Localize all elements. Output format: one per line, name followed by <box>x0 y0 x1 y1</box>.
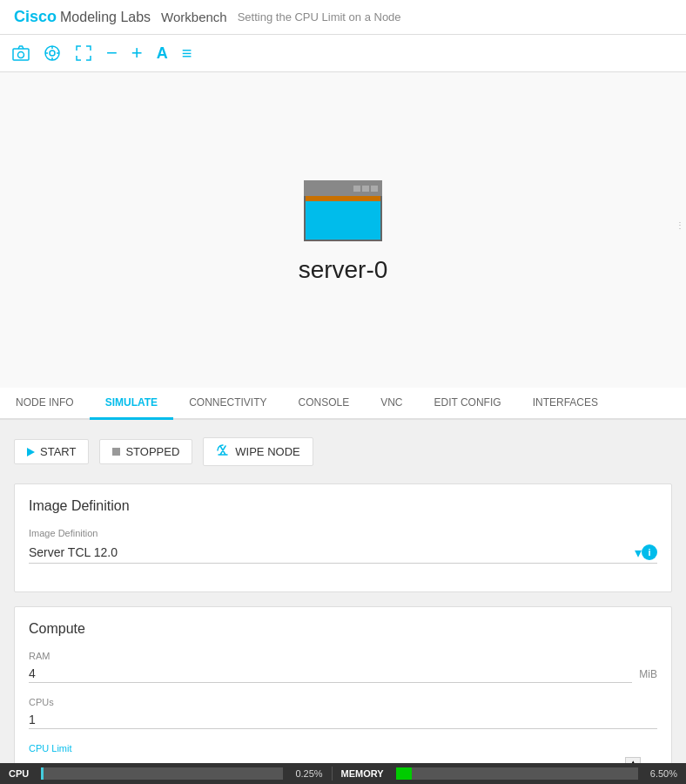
image-definition-label: Image Definition <box>29 528 657 538</box>
start-button[interactable]: START <box>14 439 89 464</box>
tabs-bar: NODE INFO SIMULATE CONNECTIVITY CONSOLE … <box>0 388 686 420</box>
stopped-button[interactable]: STOPPED <box>99 439 192 464</box>
fullscreen-icon[interactable] <box>75 44 92 62</box>
tab-edit-config[interactable]: EDIT CONFIG <box>419 388 517 420</box>
workbench-label: Workbench <box>161 10 227 24</box>
image-definition-field: Image Definition Server TCL 12.0 Server … <box>29 528 657 564</box>
stop-icon <box>112 448 120 456</box>
toolbar: − + A ≡ <box>0 35 686 72</box>
image-definition-select-row: Server TCL 12.0 Server TCL 11.0 Alpine L… <box>29 542 657 564</box>
ram-label: RAM <box>29 651 657 661</box>
ram-row: MiB <box>29 665 657 683</box>
target-icon[interactable] <box>44 44 61 62</box>
cpus-label: CPUs <box>29 697 657 707</box>
wipe-icon <box>216 443 230 460</box>
breadcrumb: Setting the CPU Limit on a Node <box>238 10 401 24</box>
resize-indicator: ⋮ <box>676 220 684 230</box>
svg-rect-11 <box>371 186 378 192</box>
logo-ml: Modeling Labs <box>60 10 151 25</box>
svg-rect-14 <box>306 201 380 240</box>
tab-console[interactable]: CONSOLE <box>282 388 365 420</box>
status-bar: CPU 0.25% MEMORY 6.50% <box>0 763 686 784</box>
memory-progress-bar <box>396 767 638 780</box>
wipe-node-button[interactable]: WIPE NODE <box>203 437 313 466</box>
cpu-status-value: 0.25% <box>295 768 322 779</box>
canvas: server-0 ⋮ <box>0 72 686 388</box>
logo: Cisco Modeling Labs <box>14 8 151 26</box>
cpus-input[interactable] <box>29 711 657 729</box>
image-definition-card: Image Definition Image Definition Server… <box>14 483 672 592</box>
memory-status-label: MEMORY <box>341 768 384 779</box>
content: START STOPPED WIPE NODE Image Definition… <box>0 420 686 763</box>
font-icon[interactable]: A <box>157 44 168 63</box>
memory-progress-fill <box>396 767 412 780</box>
image-definition-title: Image Definition <box>29 498 657 514</box>
image-definition-select[interactable]: Server TCL 12.0 Server TCL 11.0 Alpine L… <box>29 542 635 563</box>
plus-icon[interactable]: + <box>131 42 143 64</box>
svg-rect-12 <box>353 186 360 192</box>
cpu-status-label: CPU <box>9 768 29 779</box>
chevron-down-icon[interactable]: ▾ <box>635 544 642 561</box>
action-bar: START STOPPED WIPE NODE <box>14 434 672 470</box>
ram-input[interactable] <box>29 665 632 683</box>
cpus-field-group: CPUs <box>29 697 657 729</box>
camera-icon[interactable] <box>12 45 30 61</box>
minus-icon[interactable]: − <box>106 42 118 64</box>
tab-interfaces[interactable]: INTERFACES <box>517 388 614 420</box>
ram-field-group: RAM MiB <box>29 651 657 683</box>
stopped-label: STOPPED <box>125 445 179 458</box>
node-icon-wrap: server-0 <box>299 176 388 284</box>
logo-cisco: Cisco <box>14 8 57 26</box>
svg-rect-10 <box>362 186 369 192</box>
memory-status-value: 6.50% <box>650 768 677 779</box>
server-node-icon[interactable] <box>299 176 387 246</box>
tab-connectivity[interactable]: CONNECTIVITY <box>173 388 282 420</box>
svg-rect-9 <box>304 180 382 196</box>
cpu-limit-stepper[interactable]: ▲ ▼ <box>625 757 641 763</box>
cpus-row <box>29 711 657 729</box>
info-icon[interactable]: i <box>642 544 657 560</box>
header: Cisco Modeling Labs Workbench Setting th… <box>0 0 686 35</box>
wipe-node-label: WIPE NODE <box>235 445 299 458</box>
cpu-progress-bar <box>41 767 283 780</box>
tab-vnc[interactable]: VNC <box>365 388 418 420</box>
tab-node-info[interactable]: NODE INFO <box>0 388 90 420</box>
svg-point-1 <box>18 52 24 58</box>
status-separator <box>332 767 333 781</box>
play-icon <box>27 448 35 456</box>
menu-icon[interactable]: ≡ <box>182 44 192 64</box>
tab-simulate[interactable]: SIMULATE <box>90 388 173 420</box>
svg-rect-13 <box>306 196 380 201</box>
start-label: START <box>40 445 76 458</box>
compute-card: Compute RAM MiB CPUs CPU Limit ▲ ▼ <box>14 606 672 763</box>
svg-point-3 <box>50 51 55 56</box>
ram-unit: MiB <box>639 668 657 680</box>
cpu-limit-field-group: CPU Limit ▲ ▼ % <box>29 743 657 763</box>
node-name: server-0 <box>299 256 388 284</box>
cpu-progress-fill <box>41 767 44 780</box>
cpu-limit-label: CPU Limit <box>29 743 657 754</box>
cpu-limit-row: ▲ ▼ % <box>29 757 657 763</box>
compute-title: Compute <box>29 621 657 637</box>
